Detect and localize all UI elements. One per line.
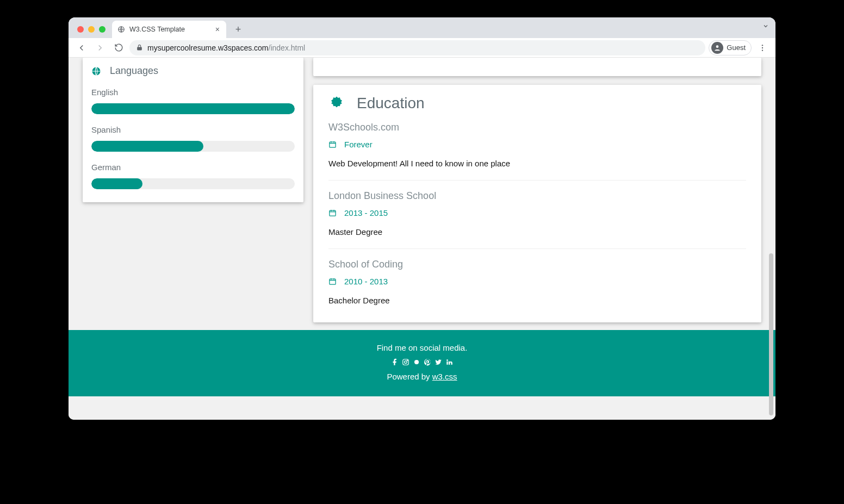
svg-point-1 (716, 45, 719, 48)
calendar-icon (328, 209, 337, 217)
education-description: Master Degree (328, 227, 746, 237)
education-school: London Business School (328, 190, 746, 202)
svg-point-2 (762, 45, 763, 46)
education-card: Education W3Schools.com Forever Web Deve… (313, 85, 761, 322)
education-school: W3Schools.com (328, 122, 746, 133)
svg-point-10 (405, 361, 407, 364)
browser-tab-strip: W3.CSS Template × + (69, 17, 775, 38)
avatar-icon (711, 42, 723, 54)
linkedin-icon[interactable] (445, 358, 454, 366)
window-zoom-button[interactable] (99, 26, 105, 33)
url-host: mysupercoolresume.w3spaces.com (147, 43, 269, 52)
window-minimize-button[interactable] (88, 26, 95, 33)
language-item: Spanish (83, 122, 303, 159)
footer-find-me: Find me on social media. (69, 343, 775, 352)
browser-tab-title: W3.CSS Template (129, 26, 185, 33)
previous-card-bottom (313, 58, 761, 76)
page-viewport: Languages English Spanish German (69, 58, 775, 420)
window-close-button[interactable] (77, 26, 84, 33)
progress-bar (91, 178, 295, 189)
education-school: School of Coding (328, 259, 746, 270)
pinterest-icon[interactable] (423, 358, 432, 366)
education-entry: London Business School 2013 - 2015 Maste… (328, 181, 746, 249)
w3css-link[interactable]: w3.css (432, 372, 457, 381)
close-icon[interactable]: × (214, 26, 221, 33)
browser-tab[interactable]: W3.CSS Template × (112, 21, 226, 38)
chevron-down-icon[interactable] (762, 23, 769, 29)
lock-icon (136, 44, 143, 51)
window-controls (77, 26, 105, 33)
languages-heading: Languages (110, 65, 158, 77)
globe-icon (91, 66, 101, 76)
progress-bar (91, 141, 295, 152)
snapchat-icon[interactable] (412, 358, 421, 366)
back-button[interactable] (74, 40, 89, 55)
calendar-icon (328, 277, 337, 285)
education-dates: Forever (344, 140, 373, 149)
svg-rect-6 (330, 142, 336, 147)
new-tab-button[interactable]: + (231, 22, 246, 37)
svg-point-11 (407, 360, 408, 360)
calendar-icon (328, 140, 337, 148)
education-description: Web Development! All I need to know in o… (328, 159, 746, 168)
twitter-icon[interactable] (434, 358, 443, 366)
svg-point-12 (414, 360, 419, 364)
language-name: German (91, 163, 295, 172)
svg-rect-7 (330, 210, 336, 216)
education-entry: School of Coding 2010 - 2013 Bachelor De… (328, 249, 746, 307)
forward-button[interactable] (92, 40, 108, 55)
language-name: Spanish (91, 125, 295, 134)
omnibox-url: mysupercoolresume.w3spaces.com/index.htm… (147, 43, 305, 52)
education-dates: 2013 - 2015 (344, 208, 388, 217)
svg-rect-8 (330, 279, 336, 284)
svg-point-3 (762, 47, 763, 48)
education-entry: W3Schools.com Forever Web Development! A… (328, 112, 746, 181)
url-path: /index.html (269, 43, 306, 52)
language-item: English (83, 84, 303, 122)
instagram-icon[interactable] (401, 358, 410, 366)
browser-menu-button[interactable] (755, 40, 770, 55)
facebook-icon[interactable] (390, 358, 399, 366)
language-item: German (83, 159, 303, 192)
browser-window: W3.CSS Template × + mysupercoolresume.w3… (69, 17, 775, 420)
profile-label: Guest (727, 43, 746, 52)
progress-bar (91, 103, 295, 114)
footer-powered: Powered by w3.css (69, 372, 775, 381)
certificate-icon (328, 95, 345, 111)
language-name: English (91, 88, 295, 97)
browser-toolbar: mysupercoolresume.w3spaces.com/index.htm… (69, 38, 775, 58)
education-dates: 2010 - 2013 (344, 277, 388, 286)
address-bar[interactable]: mysupercoolresume.w3spaces.com/index.htm… (129, 40, 705, 55)
scrollbar[interactable] (769, 253, 774, 415)
education-heading: Education (357, 95, 425, 112)
social-links (69, 358, 775, 366)
svg-point-4 (762, 49, 763, 51)
languages-card: Languages English Spanish German (83, 58, 303, 202)
education-description: Bachelor Degree (328, 296, 746, 305)
reload-button[interactable] (111, 40, 126, 55)
profile-chip[interactable]: Guest (709, 40, 752, 55)
globe-icon (117, 26, 125, 33)
page-footer: Find me on social media. Powered by w3.c… (69, 330, 775, 396)
